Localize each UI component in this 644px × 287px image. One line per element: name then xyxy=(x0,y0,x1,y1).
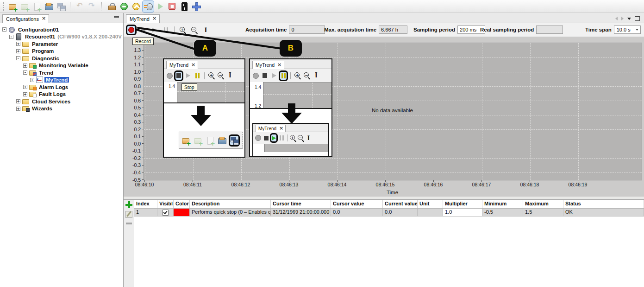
field-input-real-sampling-period[interactable] xyxy=(536,26,563,34)
zoom-out-button[interactable]: − xyxy=(297,133,305,143)
field-input-acquisition-time[interactable]: 0 xyxy=(289,26,325,34)
new-file-button[interactable] xyxy=(31,1,43,12)
expand-icon[interactable]: + xyxy=(23,92,27,96)
stop-button[interactable] xyxy=(262,133,270,143)
tree-item-trend[interactable]: -Trend xyxy=(0,69,123,77)
undo-button[interactable] xyxy=(75,1,86,12)
record-button[interactable] xyxy=(251,70,260,81)
collapse-icon[interactable]: - xyxy=(2,27,6,32)
column-header-color[interactable]: Color xyxy=(174,200,190,208)
record-button[interactable] xyxy=(126,25,137,35)
open-project-button[interactable] xyxy=(217,134,228,147)
tree-item-cloud-services[interactable]: +Cloud Services xyxy=(0,98,123,105)
pause-button[interactable] xyxy=(193,70,202,81)
tree-item-fault-logs[interactable]: +Fault Logs xyxy=(0,91,123,98)
pause-button[interactable] xyxy=(278,133,286,143)
maximize-icon[interactable] xyxy=(635,16,640,21)
pause-button[interactable] xyxy=(161,25,171,35)
remove-variable-button[interactable] xyxy=(126,223,132,224)
tab-mytrend[interactable]: MyTrend xyxy=(126,14,160,23)
add-variable-button[interactable] xyxy=(125,201,132,208)
column-header-maximum[interactable]: Maximum xyxy=(523,200,563,208)
stop-button[interactable] xyxy=(260,70,269,81)
column-header-status[interactable]: Status xyxy=(563,200,644,208)
fit-button[interactable] xyxy=(200,25,211,35)
connect-button[interactable] xyxy=(143,1,154,12)
tree-item-configuration01[interactable]: -Configuration01 xyxy=(0,26,123,33)
column-header-minimum[interactable]: Minimum xyxy=(482,200,523,208)
zoom-out-button[interactable]: − xyxy=(189,25,200,35)
tree-item-program[interactable]: +Program xyxy=(0,48,123,55)
column-header-description[interactable]: Description xyxy=(190,200,271,208)
column-header-cursor-value[interactable]: Cursor value xyxy=(331,200,383,208)
expand-icon[interactable]: + xyxy=(23,85,27,89)
run-button[interactable] xyxy=(155,1,166,12)
tab-list-dropdown-icon[interactable] xyxy=(627,18,631,20)
zoom-in-button[interactable]: + xyxy=(293,70,302,81)
zoom-in-button[interactable]: + xyxy=(289,133,297,143)
record-button[interactable] xyxy=(165,70,174,81)
new-resource-button[interactable] xyxy=(19,1,31,12)
scroll-tabs-right-icon[interactable] xyxy=(621,17,624,20)
expand-icon[interactable]: + xyxy=(23,64,27,68)
expand-icon[interactable]: + xyxy=(30,78,34,82)
expand-icon[interactable]: + xyxy=(16,42,20,46)
new-file-button[interactable] xyxy=(205,134,216,147)
multiplier-cell[interactable]: 1.0 xyxy=(443,209,482,216)
build-button[interactable] xyxy=(106,1,118,12)
download-button[interactable] xyxy=(119,1,130,12)
tree-item-wizards[interactable]: +Wizards xyxy=(0,105,123,113)
navigation-button[interactable] xyxy=(191,1,202,12)
zoom-out-button[interactable]: − xyxy=(302,70,312,81)
expand-icon[interactable]: + xyxy=(16,99,20,103)
tree-item-alarm-logs[interactable]: +Alarm Logs xyxy=(0,83,123,91)
tree-item-diagnostic[interactable]: -Diagnostic xyxy=(0,55,123,62)
column-header-cursor-time[interactable]: Cursor time xyxy=(271,200,331,208)
play-button[interactable] xyxy=(269,70,279,81)
field-input-max-acquistion-time[interactable]: 6.667 h xyxy=(379,26,407,34)
new-project-button[interactable] xyxy=(181,134,192,147)
visible-cell[interactable] xyxy=(157,209,174,216)
stop-button[interactable] xyxy=(138,25,148,35)
save-all-button[interactable] xyxy=(56,1,67,12)
collapse-icon[interactable]: - xyxy=(9,35,13,39)
checkbox-checked-icon[interactable] xyxy=(163,210,169,216)
power-button[interactable] xyxy=(179,1,190,12)
column-header-unit[interactable]: Unit xyxy=(418,200,443,208)
play-button[interactable] xyxy=(270,133,278,143)
column-header-visible[interactable]: Visible xyxy=(157,200,174,208)
column-header-multiplier[interactable]: Multiplier xyxy=(443,200,482,208)
record-button[interactable] xyxy=(254,133,262,143)
new-project-button[interactable] xyxy=(7,1,19,12)
collapse-icon[interactable]: - xyxy=(16,56,20,60)
close-icon[interactable] xyxy=(42,16,45,21)
save-all-button[interactable] xyxy=(229,134,240,147)
edit-variable-button[interactable] xyxy=(125,211,132,218)
zoom-out-button[interactable]: − xyxy=(216,70,225,81)
fit-button[interactable] xyxy=(225,70,235,81)
new-resource-button[interactable] xyxy=(193,134,204,147)
stop-button[interactable] xyxy=(167,1,178,12)
tree-item-resource01[interactable]: -Resource01(CFW900 v1.8.X 200-240V 3.0-2… xyxy=(0,33,123,41)
zoom-in-button[interactable]: + xyxy=(177,25,188,35)
minimize-icon[interactable] xyxy=(114,16,119,18)
close-icon[interactable] xyxy=(152,16,156,21)
collapse-icon[interactable]: - xyxy=(23,70,27,75)
play-button[interactable] xyxy=(183,70,193,81)
expand-icon[interactable]: + xyxy=(16,49,20,53)
upload-button[interactable] xyxy=(131,1,142,12)
tree-item-mytrend[interactable]: +MyTrend xyxy=(0,77,123,84)
zoom-in-button[interactable]: + xyxy=(207,70,216,81)
column-header-index[interactable]: Index xyxy=(134,200,157,208)
stop-button[interactable] xyxy=(174,70,183,81)
table-row[interactable]: 1Performs quick stop (0 – Enables quic..… xyxy=(134,209,644,217)
tree-item-monitoring-variable[interactable]: +Monitoring Variable xyxy=(0,62,123,70)
open-project-button[interactable] xyxy=(44,1,55,12)
pause-button[interactable] xyxy=(279,70,288,81)
time-span-select[interactable]: 10.0 s xyxy=(614,26,641,34)
fit-button[interactable] xyxy=(305,133,313,143)
tree-item-parameter[interactable]: +Parameter xyxy=(0,40,123,48)
fit-button[interactable] xyxy=(312,70,321,81)
redo-button[interactable] xyxy=(87,1,98,12)
expand-icon[interactable]: + xyxy=(16,107,20,111)
